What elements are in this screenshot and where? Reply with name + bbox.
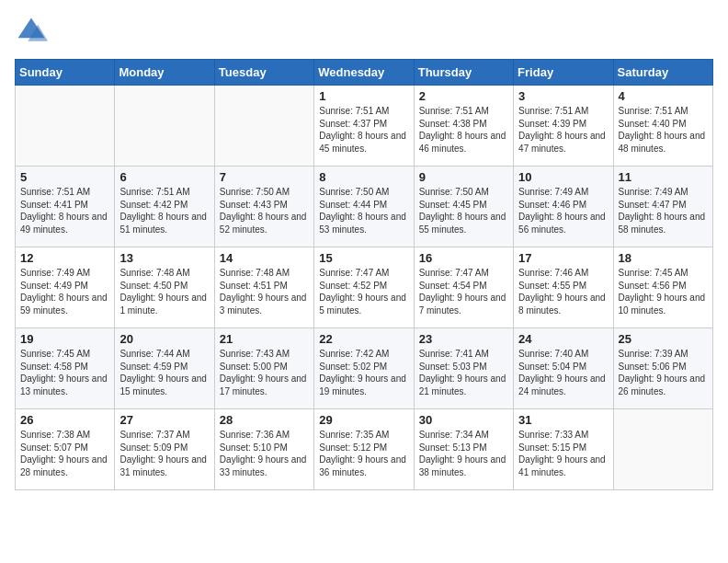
day-cell-15: 15Sunrise: 7:47 AM Sunset: 4:52 PM Dayli… — [314, 247, 414, 328]
weekday-thursday: Thursday — [414, 60, 513, 86]
day-info-11: Sunrise: 7:49 AM Sunset: 4:47 PM Dayligh… — [619, 186, 708, 236]
day-cell-19: 19Sunrise: 7:45 AM Sunset: 4:58 PM Dayli… — [16, 328, 115, 409]
day-cell-10: 10Sunrise: 7:49 AM Sunset: 4:46 PM Dayli… — [514, 167, 613, 247]
day-number-25: 25 — [619, 332, 708, 346]
day-cell-14: 14Sunrise: 7:48 AM Sunset: 4:51 PM Dayli… — [214, 247, 313, 328]
day-cell-29: 29Sunrise: 7:35 AM Sunset: 5:12 PM Dayli… — [314, 409, 414, 490]
day-info-8: Sunrise: 7:50 AM Sunset: 4:44 PM Dayligh… — [319, 186, 408, 236]
day-info-18: Sunrise: 7:45 AM Sunset: 4:56 PM Dayligh… — [619, 267, 708, 316]
empty-cell — [16, 86, 115, 167]
day-number-8: 8 — [319, 170, 408, 184]
day-info-1: Sunrise: 7:51 AM Sunset: 4:37 PM Dayligh… — [319, 105, 408, 155]
day-cell-3: 3Sunrise: 7:51 AM Sunset: 4:39 PM Daylig… — [514, 86, 613, 167]
day-info-19: Sunrise: 7:45 AM Sunset: 4:58 PM Dayligh… — [20, 348, 109, 397]
day-number-26: 26 — [20, 413, 109, 427]
day-number-3: 3 — [518, 89, 608, 103]
day-info-6: Sunrise: 7:51 AM Sunset: 4:42 PM Dayligh… — [119, 186, 209, 236]
day-info-16: Sunrise: 7:47 AM Sunset: 4:54 PM Dayligh… — [419, 267, 508, 316]
day-number-1: 1 — [319, 89, 408, 103]
calendar-header: SundayMondayTuesdayWednesdayThursdayFrid… — [16, 60, 713, 86]
day-number-21: 21 — [220, 332, 309, 346]
day-info-15: Sunrise: 7:47 AM Sunset: 4:52 PM Dayligh… — [319, 267, 408, 316]
day-cell-20: 20Sunrise: 7:44 AM Sunset: 4:59 PM Dayli… — [115, 328, 214, 409]
day-info-22: Sunrise: 7:42 AM Sunset: 5:02 PM Dayligh… — [319, 348, 408, 397]
day-number-10: 10 — [518, 170, 608, 184]
day-info-14: Sunrise: 7:48 AM Sunset: 4:51 PM Dayligh… — [220, 267, 309, 316]
day-number-9: 9 — [419, 170, 508, 184]
day-cell-2: 2Sunrise: 7:51 AM Sunset: 4:38 PM Daylig… — [414, 86, 513, 167]
day-cell-11: 11Sunrise: 7:49 AM Sunset: 4:47 PM Dayli… — [613, 167, 712, 247]
week-row-3: 12Sunrise: 7:49 AM Sunset: 4:49 PM Dayli… — [16, 247, 713, 328]
day-info-5: Sunrise: 7:51 AM Sunset: 4:41 PM Dayligh… — [20, 186, 109, 236]
day-cell-5: 5Sunrise: 7:51 AM Sunset: 4:41 PM Daylig… — [16, 167, 115, 247]
empty-cell — [613, 409, 712, 490]
weekday-header-row: SundayMondayTuesdayWednesdayThursdayFrid… — [16, 60, 713, 86]
day-info-21: Sunrise: 7:43 AM Sunset: 5:00 PM Dayligh… — [220, 348, 309, 397]
day-number-19: 19 — [20, 332, 109, 346]
day-cell-8: 8Sunrise: 7:50 AM Sunset: 4:44 PM Daylig… — [314, 167, 414, 247]
day-info-29: Sunrise: 7:35 AM Sunset: 5:12 PM Dayligh… — [319, 429, 408, 478]
day-cell-1: 1Sunrise: 7:51 AM Sunset: 4:37 PM Daylig… — [314, 86, 414, 167]
day-info-3: Sunrise: 7:51 AM Sunset: 4:39 PM Dayligh… — [518, 105, 608, 155]
day-cell-28: 28Sunrise: 7:36 AM Sunset: 5:10 PM Dayli… — [214, 409, 313, 490]
day-info-24: Sunrise: 7:40 AM Sunset: 5:04 PM Dayligh… — [518, 348, 608, 397]
day-cell-23: 23Sunrise: 7:41 AM Sunset: 5:03 PM Dayli… — [414, 328, 513, 409]
logo-icon — [15, 15, 48, 48]
day-info-7: Sunrise: 7:50 AM Sunset: 4:43 PM Dayligh… — [220, 186, 309, 236]
day-number-4: 4 — [619, 89, 708, 103]
day-number-15: 15 — [319, 251, 408, 265]
day-cell-25: 25Sunrise: 7:39 AM Sunset: 5:06 PM Dayli… — [613, 328, 712, 409]
day-info-12: Sunrise: 7:49 AM Sunset: 4:49 PM Dayligh… — [20, 267, 109, 316]
day-cell-24: 24Sunrise: 7:40 AM Sunset: 5:04 PM Dayli… — [514, 328, 613, 409]
day-number-31: 31 — [518, 413, 608, 427]
day-number-14: 14 — [220, 251, 309, 265]
day-number-6: 6 — [119, 170, 209, 184]
day-number-29: 29 — [319, 413, 408, 427]
day-number-2: 2 — [419, 89, 508, 103]
day-info-9: Sunrise: 7:50 AM Sunset: 4:45 PM Dayligh… — [419, 186, 508, 236]
day-number-5: 5 — [20, 170, 109, 184]
weekday-monday: Monday — [115, 60, 214, 86]
empty-cell — [115, 86, 214, 167]
day-cell-27: 27Sunrise: 7:37 AM Sunset: 5:09 PM Dayli… — [115, 409, 214, 490]
day-cell-21: 21Sunrise: 7:43 AM Sunset: 5:00 PM Dayli… — [214, 328, 313, 409]
weekday-wednesday: Wednesday — [314, 60, 414, 86]
empty-cell — [214, 86, 313, 167]
day-info-10: Sunrise: 7:49 AM Sunset: 4:46 PM Dayligh… — [518, 186, 608, 236]
weekday-tuesday: Tuesday — [214, 60, 313, 86]
day-info-13: Sunrise: 7:48 AM Sunset: 4:50 PM Dayligh… — [119, 267, 209, 316]
day-number-7: 7 — [220, 170, 309, 184]
week-row-1: 1Sunrise: 7:51 AM Sunset: 4:37 PM Daylig… — [16, 86, 713, 167]
day-info-28: Sunrise: 7:36 AM Sunset: 5:10 PM Dayligh… — [220, 429, 309, 478]
day-info-26: Sunrise: 7:38 AM Sunset: 5:07 PM Dayligh… — [20, 429, 109, 478]
day-number-18: 18 — [619, 251, 708, 265]
day-info-17: Sunrise: 7:46 AM Sunset: 4:55 PM Dayligh… — [518, 267, 608, 316]
calendar-body: 1Sunrise: 7:51 AM Sunset: 4:37 PM Daylig… — [16, 86, 713, 490]
day-cell-6: 6Sunrise: 7:51 AM Sunset: 4:42 PM Daylig… — [115, 167, 214, 247]
logo — [15, 15, 51, 48]
day-info-23: Sunrise: 7:41 AM Sunset: 5:03 PM Dayligh… — [419, 348, 508, 397]
day-number-16: 16 — [419, 251, 508, 265]
week-row-5: 26Sunrise: 7:38 AM Sunset: 5:07 PM Dayli… — [16, 409, 713, 490]
day-number-13: 13 — [119, 251, 209, 265]
day-cell-31: 31Sunrise: 7:33 AM Sunset: 5:15 PM Dayli… — [514, 409, 613, 490]
day-cell-9: 9Sunrise: 7:50 AM Sunset: 4:45 PM Daylig… — [414, 167, 513, 247]
day-cell-7: 7Sunrise: 7:50 AM Sunset: 4:43 PM Daylig… — [214, 167, 313, 247]
day-info-2: Sunrise: 7:51 AM Sunset: 4:38 PM Dayligh… — [419, 105, 508, 155]
day-cell-30: 30Sunrise: 7:34 AM Sunset: 5:13 PM Dayli… — [414, 409, 513, 490]
week-row-4: 19Sunrise: 7:45 AM Sunset: 4:58 PM Dayli… — [16, 328, 713, 409]
weekday-friday: Friday — [514, 60, 613, 86]
day-number-30: 30 — [419, 413, 508, 427]
day-number-17: 17 — [518, 251, 608, 265]
weekday-saturday: Saturday — [613, 60, 712, 86]
day-number-27: 27 — [119, 413, 209, 427]
day-info-31: Sunrise: 7:33 AM Sunset: 5:15 PM Dayligh… — [518, 429, 608, 478]
day-number-11: 11 — [619, 170, 708, 184]
day-number-20: 20 — [119, 332, 209, 346]
day-info-27: Sunrise: 7:37 AM Sunset: 5:09 PM Dayligh… — [119, 429, 209, 478]
day-number-23: 23 — [419, 332, 508, 346]
day-cell-26: 26Sunrise: 7:38 AM Sunset: 5:07 PM Dayli… — [16, 409, 115, 490]
day-cell-22: 22Sunrise: 7:42 AM Sunset: 5:02 PM Dayli… — [314, 328, 414, 409]
calendar-table: SundayMondayTuesdayWednesdayThursdayFrid… — [15, 59, 713, 490]
day-info-25: Sunrise: 7:39 AM Sunset: 5:06 PM Dayligh… — [619, 348, 708, 397]
